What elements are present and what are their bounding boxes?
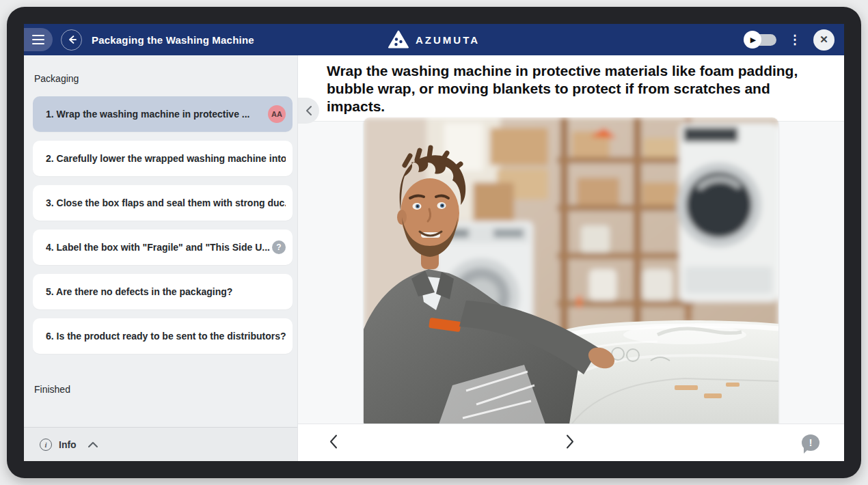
brand-logo: AZUMUTA	[388, 31, 480, 49]
info-icon: i	[40, 439, 52, 451]
device-frame: Packaging the Washing Machine AZUMUTA ▶ …	[7, 7, 861, 478]
sidebar-item-step-3[interactable]: 3. Close the box flaps and seal them wit…	[33, 185, 293, 221]
question-mark-icon: ?	[272, 240, 286, 254]
step-photo[interactable]	[364, 117, 778, 428]
feedback-button[interactable]: !	[802, 434, 819, 451]
azumuta-logo-icon	[388, 31, 409, 49]
step-label: 1. Wrap the washing machine in protectiv…	[46, 109, 249, 120]
avatar: AA	[268, 105, 286, 123]
section-label-packaging: Packaging	[24, 55, 297, 96]
chevron-left-icon	[328, 434, 339, 450]
sidebar-item-step-6[interactable]: 6. Is the product ready to be sent to th…	[33, 318, 293, 354]
step-label: 6. Is the product ready to be sent to th…	[46, 331, 286, 342]
play-icon: ▶	[744, 31, 761, 48]
page-title: Packaging the Washing Machine	[92, 34, 254, 46]
back-button[interactable]	[61, 29, 82, 51]
hamburger-menu-button[interactable]	[24, 28, 53, 51]
arrow-left-icon	[66, 34, 77, 45]
step-label: 3. Close the box flaps and seal them wit…	[46, 197, 286, 208]
previous-step-button[interactable]	[324, 430, 343, 456]
steps-sidebar: Packaging 1. Wrap the washing machine in…	[24, 55, 298, 461]
app-window: Packaging the Washing Machine AZUMUTA ▶ …	[24, 24, 844, 461]
step-label: 4. Label the box with "Fragile" and "Thi…	[46, 242, 270, 253]
sidebar-item-step-5[interactable]: 5. Are there no defects in the packaging…	[33, 274, 293, 309]
chevron-left-icon	[305, 105, 313, 116]
feedback-bubble-icon: !	[802, 434, 819, 451]
step-label: 2. Carefully lower the wrapped washing m…	[46, 153, 286, 164]
brand-name: AZUMUTA	[416, 34, 480, 46]
app-header: Packaging the Washing Machine AZUMUTA ▶ …	[24, 24, 844, 55]
chevron-right-icon	[565, 434, 575, 450]
kebab-menu-button[interactable]: ⋮	[787, 31, 802, 48]
step-label: 5. Are there no defects in the packaging…	[46, 286, 232, 297]
step-detail-pane: Wrap the washing machine in protective m…	[298, 55, 844, 461]
close-button[interactable]: ✕	[813, 29, 835, 51]
header-actions: ▶ ⋮ ✕	[744, 29, 844, 51]
autoplay-toggle[interactable]: ▶	[744, 31, 776, 48]
sidebar-item-step-4[interactable]: 4. Label the box with "Fragile" and "Thi…	[33, 230, 293, 265]
sidebar-item-step-2[interactable]: 2. Carefully lower the wrapped washing m…	[33, 141, 293, 176]
step-title-bar: Wrap the washing machine in protective m…	[298, 55, 844, 122]
sidebar-item-step-1[interactable]: 1. Wrap the washing machine in protectiv…	[33, 96, 293, 132]
step-title: Wrap the washing machine in protective m…	[327, 62, 830, 115]
step-media-area	[298, 122, 844, 424]
info-label: Info	[59, 439, 77, 450]
section-label-finished: Finished	[24, 363, 297, 395]
chevron-up-icon	[87, 441, 98, 448]
step-nav-bar: !	[298, 424, 844, 461]
info-toggle[interactable]: i Info	[24, 427, 297, 461]
next-step-button[interactable]	[560, 430, 580, 456]
